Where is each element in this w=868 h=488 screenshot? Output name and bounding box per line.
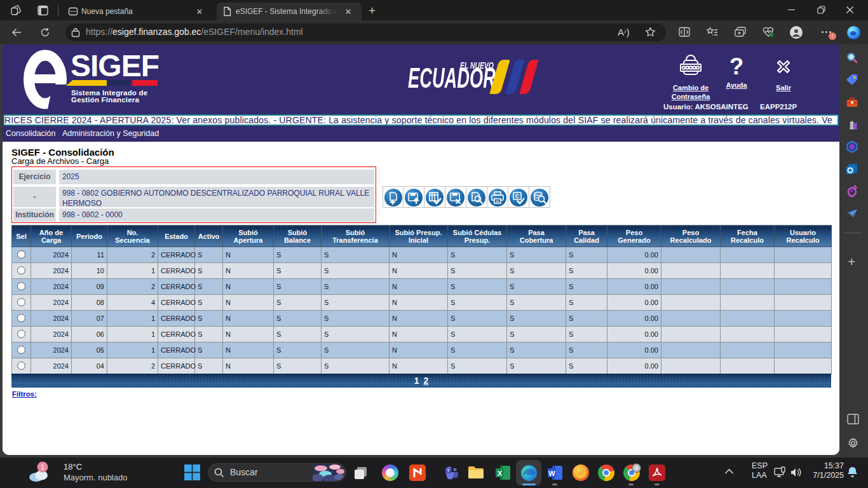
svg-text:1: 1 [41, 463, 44, 471]
svg-text:T: T [447, 468, 450, 473]
svg-text:W: W [548, 470, 555, 477]
svg-text:X: X [498, 470, 503, 477]
svg-text:C: C [515, 193, 520, 200]
